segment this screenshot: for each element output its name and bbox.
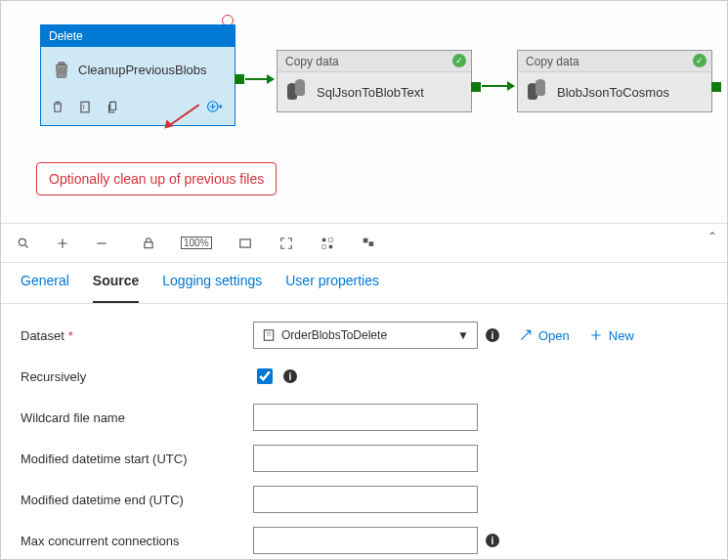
row-recursively: Recursively i (21, 363, 707, 390)
activity-name: BlobJsonToCosmos (557, 85, 669, 100)
tab-general[interactable]: General (21, 273, 69, 303)
activity-name: CleanupPreviousBlobs (78, 63, 207, 77)
activity-body: SqlJsonToBlobText (278, 72, 471, 111)
arrow-head-icon (507, 81, 515, 91)
activity-delete[interactable]: Delete CleanupPreviousBlobs i (40, 24, 236, 126)
row-wildcard: Wildcard file name (21, 404, 707, 431)
connector-arrow (245, 78, 269, 80)
output-port[interactable] (711, 82, 721, 92)
fit-screen-icon[interactable] (237, 237, 253, 250)
connector-arrow (482, 85, 509, 87)
row-dataset: Dataset* OrderBlobsToDelete ▼ i Open New (21, 322, 707, 349)
mod-end-input[interactable] (253, 486, 478, 513)
tab-logging[interactable]: Logging settings (162, 273, 262, 303)
search-icon[interactable] (17, 237, 30, 250)
info-icon[interactable]: i (486, 534, 499, 547)
lock-icon[interactable] (142, 236, 155, 251)
activity-copy-2[interactable]: Copy data BlobJsonToCosmos (517, 50, 712, 112)
activity-type-label: Delete (41, 25, 235, 47)
new-dataset-button[interactable]: New (589, 328, 634, 343)
success-status-icon (452, 54, 466, 67)
dataset-value: OrderBlobsToDelete (281, 328, 387, 342)
app-frame: Delete CleanupPreviousBlobs i Copy data (0, 0, 728, 560)
recursively-label: Recursively (21, 369, 253, 384)
tab-source[interactable]: Source (93, 273, 139, 303)
activity-name: SqlJsonToBlobText (317, 85, 424, 100)
activity-copy-1[interactable]: Copy data SqlJsonToBlobText (277, 50, 472, 112)
svg-rect-11 (368, 241, 373, 246)
mod-start-input[interactable] (253, 445, 478, 472)
mod-end-label: Modified datetime end (UTC) (21, 493, 253, 507)
wildcard-input[interactable] (253, 404, 478, 431)
svg-text:i: i (83, 104, 85, 110)
annotation-callout: Optionally clean up of previous files (36, 162, 277, 195)
source-form: Dataset* OrderBlobsToDelete ▼ i Open New… (1, 304, 727, 560)
max-conn-label: Max concurrent connections (21, 534, 253, 548)
zoom-in-icon[interactable] (56, 237, 69, 250)
arrow-head-icon (267, 74, 275, 84)
svg-point-3 (19, 238, 25, 245)
svg-rect-6 (321, 237, 325, 241)
svg-rect-9 (328, 244, 332, 248)
info-icon[interactable]: i (283, 369, 297, 383)
svg-rect-7 (328, 237, 332, 241)
copy-action-icon[interactable] (106, 99, 119, 114)
add-output-icon[interactable] (205, 98, 225, 115)
output-port[interactable] (471, 82, 481, 92)
row-mod-start: Modified datetime start (UTC) (21, 445, 707, 472)
zoom-100-icon[interactable]: 100% (181, 237, 212, 249)
pipeline-canvas[interactable]: Delete CleanupPreviousBlobs i Copy data (1, 1, 727, 224)
info-action-icon[interactable]: i (78, 99, 92, 114)
info-icon[interactable]: i (486, 328, 499, 342)
layout-icon[interactable] (361, 237, 376, 250)
row-mod-end: Modified datetime end (UTC) (21, 486, 707, 513)
wildcard-label: Wildcard file name (21, 410, 253, 425)
dataset-select[interactable]: OrderBlobsToDelete ▼ (253, 322, 478, 349)
fullscreen-icon[interactable] (278, 237, 294, 250)
dataset-icon (262, 328, 276, 342)
delete-action-icon[interactable] (51, 99, 64, 114)
properties-tabs: General Source Logging settings User pro… (1, 263, 727, 304)
open-dataset-button[interactable]: Open (519, 328, 570, 343)
canvas-toolbar: 100% (1, 224, 727, 263)
svg-rect-10 (363, 237, 367, 242)
tab-user-properties[interactable]: User properties (285, 273, 379, 303)
activity-body: BlobJsonToCosmos (518, 72, 711, 111)
copy-data-icon (287, 82, 309, 102)
svg-rect-5 (239, 238, 250, 246)
collapse-panel-icon[interactable]: ⌃ (707, 230, 717, 243)
output-port[interactable] (235, 74, 244, 84)
dataset-label: Dataset* (21, 328, 253, 343)
align-icon[interactable] (320, 237, 335, 250)
max-conn-input[interactable] (253, 527, 478, 554)
copy-data-icon (528, 82, 549, 102)
zoom-out-icon[interactable] (95, 237, 108, 250)
row-max-conn: Max concurrent connections i (21, 527, 707, 554)
activity-body: CleanupPreviousBlobs (41, 47, 235, 92)
mod-start-label: Modified datetime start (UTC) (21, 452, 253, 466)
recursively-checkbox[interactable] (257, 368, 273, 384)
activity-type-label: Copy data (518, 51, 711, 72)
success-status-icon (693, 54, 707, 67)
svg-rect-8 (321, 244, 325, 248)
trash-icon (51, 58, 70, 81)
activity-toolbar: i (41, 92, 235, 125)
svg-rect-4 (145, 241, 152, 247)
activity-type-label: Copy data (278, 51, 471, 72)
chevron-down-icon: ▼ (457, 328, 469, 342)
